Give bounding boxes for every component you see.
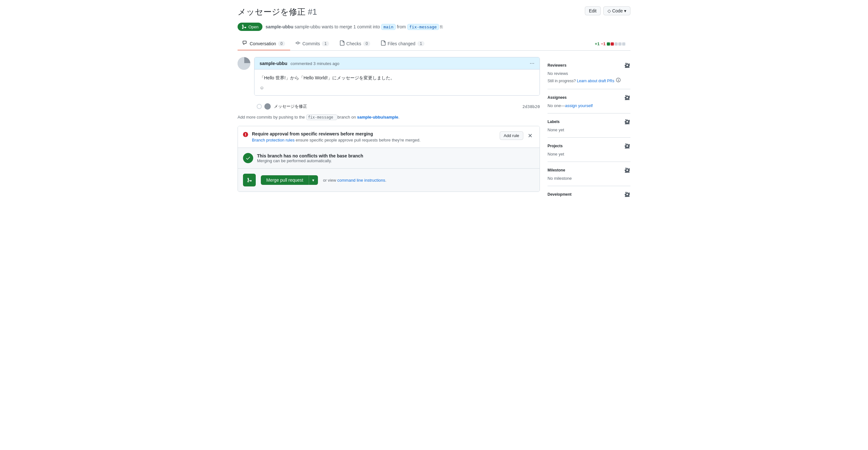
avatar-cell-3 xyxy=(238,64,244,70)
files-changed-label: Files changed xyxy=(388,41,415,46)
bp-desc-text: ensure specific people approve pull requ… xyxy=(296,138,420,142)
reviewers-header: Reviewers xyxy=(548,62,630,68)
pr-tabs: Conversation 0 Commits 1 Checks 0 xyxy=(238,37,630,51)
commit-message-link[interactable]: メッセージを修正 xyxy=(274,104,307,109)
merge-status-text: This branch has no conflicts with the ba… xyxy=(257,153,363,163)
merge-status-title: This branch has no conflicts with the ba… xyxy=(257,153,363,158)
merge-status: This branch has no conflicts with the ba… xyxy=(238,148,539,169)
pr-number: #1 xyxy=(308,7,317,17)
milestone-header: Milestone xyxy=(548,167,630,173)
projects-title: Projects xyxy=(548,144,562,148)
merge-dropdown-button[interactable]: ▾ xyxy=(309,175,318,185)
merge-pull-request-button[interactable]: Merge pull request xyxy=(261,175,309,185)
bp-title: Require approval from specific reviewers… xyxy=(252,131,500,136)
commits-count: 1 xyxy=(322,41,329,46)
pr-desc-text: sample-ubbu wants to merge 1 commit into xyxy=(294,24,380,29)
conversation-icon xyxy=(243,40,248,46)
info-button[interactable] xyxy=(615,77,621,84)
conversation-count: 0 xyxy=(278,41,285,46)
copy-icon[interactable]: ⎘ xyxy=(440,24,443,29)
main-content: sample-ubbu commented 3 minutes ago ··· … xyxy=(238,57,540,205)
checks-count: 0 xyxy=(363,41,371,46)
header-actions: Edit ◇ Code ▾ xyxy=(585,6,630,15)
reviewers-sub: Still in progress? Learn about draft PRs xyxy=(548,77,630,84)
milestone-gear-button[interactable] xyxy=(624,167,630,173)
tabs-list: Conversation 0 Commits 1 Checks 0 xyxy=(238,37,430,50)
comment-text: 「Hello 世界!」から「Hello World!」にメッセージを変更しました… xyxy=(259,74,534,81)
projects-value: None yet xyxy=(548,152,630,157)
development-header: Development xyxy=(548,191,630,198)
assignees-header: Assignees xyxy=(548,94,630,101)
milestone-title: Milestone xyxy=(548,168,565,172)
reviewers-value: No reviews xyxy=(548,71,630,76)
labels-gear-button[interactable] xyxy=(624,119,630,125)
comment-box: sample-ubbu commented 3 minutes ago ··· … xyxy=(254,57,540,96)
comment-thread: sample-ubbu commented 3 minutes ago ··· … xyxy=(238,57,540,96)
diff-stat: +1 −1 xyxy=(590,38,630,50)
comment-menu-button[interactable]: ··· xyxy=(530,60,534,67)
commit-hash: 2d38b20 xyxy=(522,104,540,109)
avatar xyxy=(238,57,250,70)
projects-header: Projects xyxy=(548,143,630,149)
code-button[interactable]: ◇ Code ▾ xyxy=(603,6,630,15)
add-rule-button[interactable]: Add rule xyxy=(500,131,523,140)
from-text: from xyxy=(397,24,406,29)
emoji-button[interactable]: ☺ xyxy=(259,85,534,90)
projects-gear-button[interactable] xyxy=(624,143,630,149)
push-notice-branch: fix-message xyxy=(306,115,338,120)
draft-pr-link[interactable]: Learn about draft PRs xyxy=(577,79,614,83)
diff-deletions: −1 xyxy=(601,41,606,46)
tab-commits[interactable]: Commits 1 xyxy=(290,37,334,50)
sidebar-labels: Labels None yet xyxy=(548,114,630,138)
gear-icon-milestone xyxy=(625,168,630,173)
push-notice-text-before: Add more commits by pushing to the xyxy=(238,115,305,120)
diff-additions: +1 xyxy=(595,41,599,46)
reviewers-gear-button[interactable] xyxy=(624,62,630,68)
tab-files-changed[interactable]: Files changed 1 xyxy=(375,37,430,50)
pr-title: メッセージを修正 #1 xyxy=(238,6,317,18)
labels-value: None yet xyxy=(548,127,630,132)
close-banner-button[interactable]: ✕ xyxy=(526,132,534,140)
gear-icon-labels xyxy=(625,119,630,124)
commits-label: Commits xyxy=(302,41,320,46)
status-label: Open xyxy=(248,25,259,29)
merge-status-desc: Merging can be performed automatically. xyxy=(257,158,363,163)
info-icon xyxy=(616,78,621,82)
bp-rules-link[interactable]: Branch protection rules xyxy=(252,138,294,142)
tab-conversation[interactable]: Conversation 0 xyxy=(238,37,290,50)
sidebar-projects: Projects None yet xyxy=(548,138,630,162)
avatar-grid xyxy=(238,57,250,70)
comment-meta: sample-ubbu commented 3 minutes ago xyxy=(259,61,339,66)
sidebar-milestone: Milestone No milestone xyxy=(548,162,630,186)
comment-header: sample-ubbu commented 3 minutes ago ··· xyxy=(254,57,539,69)
reviewers-sub-text: Still in progress? xyxy=(548,79,576,83)
comment-body: 「Hello 世界!」から「Hello World!」にメッセージを変更しました… xyxy=(254,69,539,95)
push-notice-repo-link[interactable]: sample-ubbu/sample xyxy=(357,115,398,120)
merge-button-group: Merge pull request ▾ xyxy=(261,175,318,185)
command-line-link[interactable]: command line instructions xyxy=(337,178,385,183)
pr-meta: Open sample-ubbu sample-ubbu wants to me… xyxy=(238,23,630,31)
diff-block-gray-1 xyxy=(615,42,618,45)
merge-actions: Merge pull request ▾ or view command lin… xyxy=(238,169,539,192)
checks-label: Checks xyxy=(346,41,361,46)
avatar-cell-1 xyxy=(238,57,244,63)
labels-title: Labels xyxy=(548,120,560,124)
milestone-value: No milestone xyxy=(548,176,630,181)
assign-yourself-link[interactable]: assign yourself xyxy=(565,103,593,108)
development-gear-button[interactable] xyxy=(624,191,630,198)
diff-block-gray-2 xyxy=(618,42,621,45)
commit-hash-link[interactable]: 2d38b20 xyxy=(522,104,540,109)
assignees-gear-button[interactable] xyxy=(624,94,630,101)
comment-author: sample-ubbu xyxy=(259,61,287,66)
assignees-no-one: No one— xyxy=(548,103,565,108)
status-badge: Open xyxy=(238,23,262,31)
branch-protection-icon xyxy=(243,132,248,138)
branch-protection-banner: Require approval from specific reviewers… xyxy=(238,126,539,148)
edit-button[interactable]: Edit xyxy=(585,6,601,15)
diff-block-gray-3 xyxy=(622,42,625,45)
labels-header: Labels xyxy=(548,119,630,125)
merge-or-text: or view command line instructions. xyxy=(323,178,386,183)
tab-checks[interactable]: Checks 0 xyxy=(334,37,375,50)
files-icon xyxy=(380,40,385,46)
comment-time: commented 3 minutes ago xyxy=(290,61,339,66)
